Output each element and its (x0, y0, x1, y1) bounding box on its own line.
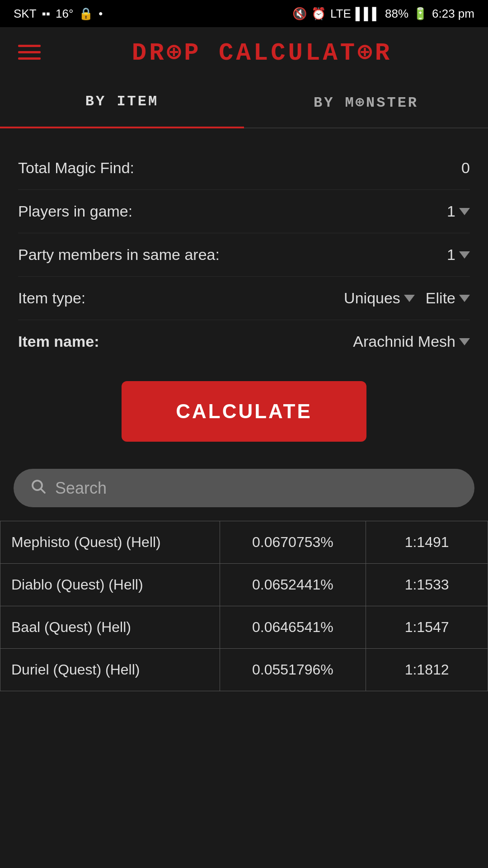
party-members-row: Party members in same area: 1 (18, 233, 470, 277)
search-icon (30, 478, 46, 498)
lte-label: LTE (330, 7, 351, 21)
drop-ratio: 1:1533 (366, 564, 488, 606)
battery-percent-label: 88% (385, 7, 408, 21)
main-content: Total Magic Find: 0 Players in game: 1 P… (0, 128, 488, 363)
table-row: Diablo (Quest) (Hell) 0.0652441% 1:1533 (0, 564, 488, 606)
dot-indicator: • (99, 7, 103, 21)
item-type-label: Item type: (18, 289, 85, 307)
party-members-dropdown[interactable]: 1 (447, 246, 470, 264)
tab-bar: BY ITEM BY M⊕NSTER (0, 77, 488, 128)
menu-button[interactable] (18, 45, 41, 60)
tab-by-item[interactable]: BY ITEM (0, 77, 244, 127)
alarm-icon: ⏰ (311, 7, 326, 21)
item-type-row: Item type: Uniques Elite (18, 277, 470, 320)
battery-temp: 16° (56, 7, 73, 21)
battery-icon: 🔋 (413, 7, 427, 21)
time-label: 6:23 pm (432, 7, 474, 21)
item-name-row: Item name: Arachnid Mesh (18, 320, 470, 363)
drop-percent: 0.0670753% (220, 521, 366, 564)
app-title: DR⊕P CALCULAT⊕R (54, 37, 470, 67)
signal-icon: ▪▪ (42, 7, 50, 21)
chevron-down-icon (459, 338, 470, 345)
calculate-button[interactable]: CALCULATE (122, 381, 366, 442)
status-left: SKT ▪▪ 16° 🔒 • (14, 7, 103, 21)
total-magic-find-row: Total Magic Find: 0 (18, 146, 470, 190)
chevron-down-icon (404, 295, 415, 302)
players-in-game-dropdown[interactable]: 1 (447, 203, 470, 220)
chevron-down-icon (459, 295, 470, 302)
network-bars-icon: ▌▌▌ (356, 7, 380, 21)
drop-percent: 0.0551796% (220, 649, 366, 691)
drop-percent: 0.0646541% (220, 606, 366, 649)
calculate-btn-wrapper: CALCULATE (0, 363, 488, 460)
table-row: Baal (Quest) (Hell) 0.0646541% 1:1547 (0, 606, 488, 649)
drop-ratio: 1:1491 (366, 521, 488, 564)
monster-name: Duriel (Quest) (Hell) (0, 649, 220, 691)
item-name-dropdown[interactable]: Arachnid Mesh (353, 333, 470, 350)
table-row: Duriel (Quest) (Hell) 0.0551796% 1:1812 (0, 649, 488, 691)
carrier-label: SKT (14, 7, 37, 21)
results-table: Mephisto (Quest) (Hell) 0.0670753% 1:149… (0, 521, 488, 691)
party-members-value: 1 (447, 246, 455, 264)
drop-ratio: 1:1547 (366, 606, 488, 649)
item-type-dropdowns: Uniques Elite (344, 289, 470, 307)
monster-name: Mephisto (Quest) (Hell) (0, 521, 220, 564)
search-box (14, 469, 474, 507)
mute-icon: 🔇 (292, 7, 307, 21)
total-magic-find-value: 0 (461, 159, 470, 177)
svg-line-1 (41, 489, 45, 493)
item-tier-dropdown[interactable]: Elite (426, 289, 470, 307)
item-type-dropdown[interactable]: Uniques (344, 289, 415, 307)
item-name-label: Item name: (18, 333, 99, 350)
players-in-game-row: Players in game: 1 (18, 190, 470, 233)
party-members-label: Party members in same area: (18, 246, 220, 264)
item-type-value: Uniques (344, 289, 400, 307)
status-right: 🔇 ⏰ LTE ▌▌▌ 88% 🔋 6:23 pm (292, 7, 474, 21)
monster-name: Baal (Quest) (Hell) (0, 606, 220, 649)
table-row: Mephisto (Quest) (Hell) 0.0670753% 1:149… (0, 521, 488, 564)
tab-by-monster[interactable]: BY M⊕NSTER (244, 77, 488, 127)
players-in-game-value: 1 (447, 203, 455, 220)
total-magic-find-label: Total Magic Find: (18, 159, 134, 177)
search-input[interactable] (55, 479, 458, 498)
chevron-down-icon (459, 251, 470, 259)
item-name-value: Arachnid Mesh (353, 333, 455, 350)
players-in-game-label: Players in game: (18, 203, 132, 220)
monster-name: Diablo (Quest) (Hell) (0, 564, 220, 606)
lock-icon: 🔒 (79, 7, 93, 21)
app-header: DR⊕P CALCULAT⊕R (0, 27, 488, 77)
item-tier-value: Elite (426, 289, 455, 307)
chevron-down-icon (459, 208, 470, 215)
status-bar: SKT ▪▪ 16° 🔒 • 🔇 ⏰ LTE ▌▌▌ 88% 🔋 6:23 pm (0, 0, 488, 27)
search-container (0, 460, 488, 521)
drop-ratio: 1:1812 (366, 649, 488, 691)
drop-percent: 0.0652441% (220, 564, 366, 606)
